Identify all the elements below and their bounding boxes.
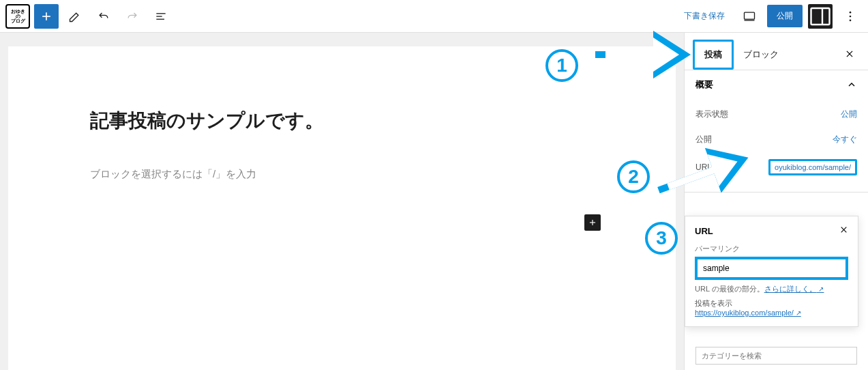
svg-point-10 — [850, 15, 852, 17]
visibility-value[interactable]: 公開 — [841, 109, 857, 120]
category-body — [685, 337, 868, 370]
pencil-icon — [68, 10, 82, 23]
redo-icon — [125, 10, 139, 23]
publish-time-label: 公開 — [695, 134, 712, 145]
settings-sidebar: 投稿 ブロック 概要 表示状態 公開 公開 今すぐ U — [684, 33, 868, 370]
permalink-help: URL の最後の部分。さらに詳しく。 — [695, 284, 848, 294]
editor-canvas[interactable]: 記事投稿のサンプルです。 ブロックを選択するには「/」を入力 — [0, 33, 684, 370]
settings-panel-toggle[interactable] — [808, 4, 833, 29]
view-post-link[interactable]: https://oyukiblog.com/sample/ — [695, 309, 801, 317]
summary-heading: 概要 — [695, 79, 713, 91]
toolbar-left: おゆき の ブログ — [5, 4, 173, 29]
block-placeholder[interactable]: ブロックを選択するには「/」を入力 — [90, 168, 594, 181]
close-sidebar-button[interactable] — [839, 45, 860, 65]
svg-point-11 — [850, 19, 852, 21]
save-draft-button[interactable]: 下書き保存 — [677, 6, 732, 26]
close-icon — [845, 49, 854, 59]
url-value-link[interactable]: oyukiblog.com/sample/ — [768, 159, 857, 175]
sidebar-icon — [808, 4, 833, 29]
publish-button[interactable]: 公開 — [767, 5, 803, 27]
inline-add-block-button[interactable] — [584, 214, 601, 231]
post-title[interactable]: 記事投稿のサンプルです。 — [90, 108, 594, 134]
publish-time-row: 公開 今すぐ — [695, 127, 857, 152]
preview-icon — [743, 10, 756, 23]
tab-block[interactable]: ブロック — [734, 42, 788, 68]
url-popup: URL パーマリンク URL の最後の部分。さらに詳しく。 投稿を表示 http… — [685, 216, 858, 327]
add-block-button[interactable] — [34, 4, 59, 29]
preview-button[interactable] — [737, 4, 762, 29]
url-row: URL oyukiblog.com/sample/ — [695, 152, 857, 182]
visibility-row: 表示状態 公開 — [695, 102, 857, 127]
outline-icon — [154, 10, 168, 23]
permalink-learn-more[interactable]: さらに詳しく。 — [764, 285, 824, 293]
document-outline-button[interactable] — [149, 4, 173, 29]
plus-icon — [588, 218, 597, 227]
url-label: URL — [695, 162, 712, 172]
kebab-icon — [843, 10, 857, 23]
url-popup-close[interactable] — [839, 225, 848, 237]
options-button[interactable] — [838, 4, 863, 29]
top-toolbar: おゆき の ブログ 下書き保存 公開 — [0, 0, 868, 33]
chevron-up-icon — [846, 79, 857, 90]
svg-rect-5 — [745, 12, 755, 19]
view-post-label: 投稿を表示 — [695, 298, 848, 309]
view-post-section: 投稿を表示 https://oyukiblog.com/sample/ — [695, 298, 848, 317]
toolbar-right: 下書き保存 公開 — [677, 4, 863, 29]
svg-point-9 — [850, 11, 852, 13]
summary-panel: 概要 表示状態 公開 公開 今すぐ URL oyukiblog.com/samp… — [685, 70, 868, 193]
url-popup-header: URL — [695, 225, 848, 237]
sidebar-tabs: 投稿 ブロック — [685, 33, 868, 70]
plus-icon — [40, 10, 53, 23]
summary-panel-toggle[interactable]: 概要 — [685, 70, 868, 99]
visibility-label: 表示状態 — [695, 109, 728, 120]
permalink-input[interactable] — [695, 257, 848, 280]
publish-time-value[interactable]: 今すぐ — [833, 134, 857, 145]
permalink-label: パーマリンク — [695, 244, 848, 254]
undo-icon — [97, 10, 110, 23]
url-popup-title: URL — [695, 226, 713, 236]
tab-post[interactable]: 投稿 — [693, 40, 734, 70]
editor-content: 記事投稿のサンプルです。 ブロックを選択するには「/」を入力 — [8, 46, 676, 370]
undo-button[interactable] — [91, 4, 116, 29]
category-search-input[interactable] — [695, 347, 857, 365]
edit-tool-button[interactable] — [63, 4, 87, 29]
close-icon — [839, 225, 848, 234]
site-logo[interactable]: おゆき の ブログ — [5, 4, 30, 29]
main-area: 記事投稿のサンプルです。 ブロックを選択するには「/」を入力 投稿 ブロック 概… — [0, 33, 868, 370]
summary-panel-body: 表示状態 公開 公開 今すぐ URL oyukiblog.com/sample/ — [685, 99, 868, 192]
svg-rect-7 — [811, 8, 830, 25]
redo-button[interactable] — [120, 4, 145, 29]
